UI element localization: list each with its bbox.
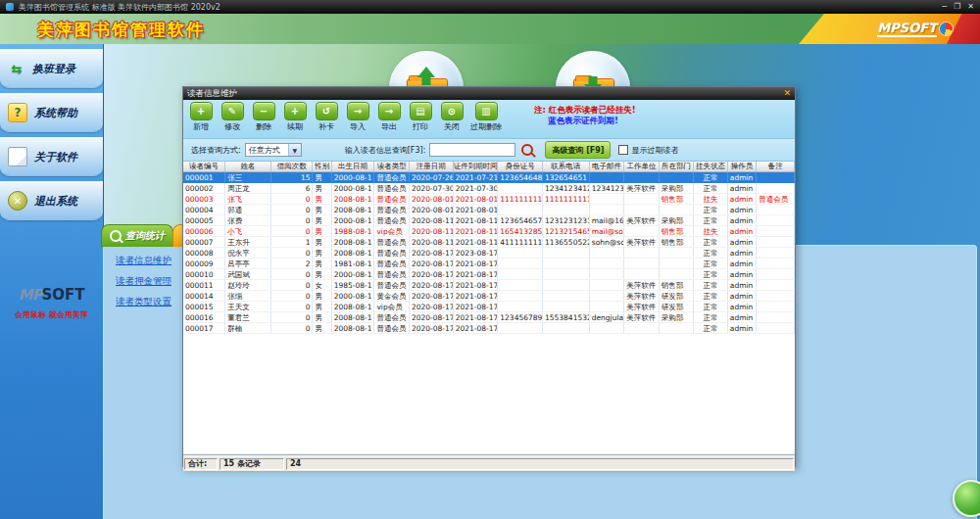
- borrow-total: 24: [286, 458, 794, 470]
- toolbar-button-删除[interactable]: − 删除: [251, 102, 276, 132]
- table-cell: 2000-08-1: [331, 215, 374, 226]
- table-row[interactable]: 000010武国斌0男2000-08-1普通会员2020-08-172021-0…: [183, 269, 795, 280]
- column-header[interactable]: 读者类型: [374, 162, 410, 172]
- table-cell: 男: [313, 323, 331, 334]
- show-expired-checkbox[interactable]: 显示过期读者: [618, 145, 678, 156]
- table-row[interactable]: 000011赵玲玲0女1985-08-1普通会员2020-08-172021-0…: [183, 280, 795, 291]
- table-cell: [498, 269, 543, 280]
- table-cell: 123654657981: [498, 215, 543, 226]
- table-cell: 12312312312: [543, 215, 590, 226]
- toolbar-button-label: 新增: [193, 121, 209, 132]
- column-header[interactable]: 挂失状态: [694, 162, 728, 172]
- toolbar-button-过期删除[interactable]: ▥ 过期删除: [470, 102, 502, 132]
- advanced-query-button[interactable]: 高级查询 [F9]: [545, 141, 611, 159]
- table-row[interactable]: 000014张缁0男2000-08-1黄金会员2020-08-172021-08…: [183, 291, 795, 302]
- table-row[interactable]: 000015王天文0男2008-08-1vip会员2020-08-172021-…: [183, 302, 795, 312]
- toolbar-button-打印[interactable]: ▤ 打印: [408, 102, 433, 132]
- query-mode-select[interactable]: 任意方式 ▼: [245, 143, 302, 157]
- table-cell: 销售部: [659, 237, 694, 248]
- toolbar-button-导入[interactable]: → 导入: [345, 102, 370, 132]
- table-row[interactable]: 000009吕亭亭2男1981-08-1普通会员2020-08-172021-0…: [183, 259, 795, 269]
- app-titlebar: 美萍图书馆管理系统 标准版 美萍软件内部图书馆 2020v2 ─ ❐ ✕: [0, 0, 980, 14]
- table-cell: 男: [313, 172, 331, 183]
- table-cell: 2000-08-1: [331, 172, 374, 183]
- table-row[interactable]: 000004郭通0男2008-08-1普通会员2020-08-012021-08…: [183, 205, 795, 215]
- table-cell: 165413285412: [498, 226, 543, 237]
- table-cell: 1: [270, 237, 313, 248]
- sidebar-button-label: 换班登录: [32, 62, 75, 76]
- table-cell: 普通会员: [374, 280, 410, 291]
- toolbar-button-导出[interactable]: → 导出: [376, 102, 402, 132]
- close-dialog-button[interactable]: ✕: [783, 88, 791, 99]
- table-cell: 000008: [183, 248, 225, 259]
- toolbar-button-关闭[interactable]: ⊙ 关闭: [439, 102, 465, 132]
- toolbar-button-新增[interactable]: + 新增: [188, 102, 214, 132]
- column-header[interactable]: 备注: [757, 162, 795, 172]
- table-cell: 2020-08-17: [409, 291, 453, 302]
- table-row[interactable]: 000002周正龙6男2000-08-1普通会员2020-07-302021-0…: [183, 183, 795, 194]
- brand-swirl-icon: [940, 23, 953, 35]
- tab-query-stats[interactable]: 查询统计: [101, 224, 173, 247]
- column-header[interactable]: 读者编号: [183, 162, 225, 172]
- table-cell: 0: [270, 215, 313, 226]
- column-header[interactable]: 注册日期: [409, 162, 453, 172]
- column-header[interactable]: 证件到期时间: [453, 162, 498, 172]
- toolbar-button-续期[interactable]: + 续期: [282, 102, 308, 132]
- close-button[interactable]: ✕: [967, 1, 974, 13]
- sidebar-brand-logo: MPSOFT: [0, 285, 103, 304]
- table-cell: 2021-08-17: [453, 291, 498, 302]
- table-row[interactable]: 000006小飞0男1988-08-1vip会员2020-08-112021-0…: [183, 226, 795, 237]
- table-row[interactable]: 000003张飞0男2008-08-1普通会员2020-08-012021-08…: [183, 194, 795, 205]
- column-header[interactable]: 借阅次数: [270, 162, 313, 172]
- column-header[interactable]: 操作员: [727, 162, 756, 172]
- search-icon[interactable]: [521, 144, 533, 156]
- table-cell: 正常: [694, 172, 728, 183]
- checkbox-label: 显示过期读者: [631, 145, 678, 156]
- table-row[interactable]: 000001张三15男2000-08-1普通会员2020-07-262021-0…: [183, 172, 795, 183]
- table-row[interactable]: 000005张费0男2000-08-1普通会员2020-08-112021-08…: [183, 215, 795, 226]
- table-cell: 正常: [694, 205, 728, 215]
- document-icon: [8, 147, 27, 166]
- table-cell: 吕亭亭: [225, 259, 271, 269]
- table-cell: 张三: [225, 172, 271, 183]
- query-mode-label: 选择查询方式:: [191, 145, 241, 156]
- toolbar-button-label: 关闭: [444, 121, 460, 132]
- sidebar-button-shift-login[interactable]: ⇆ 换班登录: [0, 49, 103, 88]
- restore-button[interactable]: ❐: [954, 1, 960, 13]
- column-header[interactable]: 姓名: [225, 162, 271, 172]
- table-cell: [543, 291, 590, 302]
- toolbar-button-修改[interactable]: ✎ 修改: [220, 102, 245, 132]
- sidebar-button-system-help[interactable]: ? 系统帮助: [0, 93, 103, 132]
- table-cell: 0: [270, 312, 313, 323]
- table-row[interactable]: 000016董君兰0男2008-08-1普通会员2020-08-172021-0…: [183, 312, 795, 323]
- power-icon: ⊙: [441, 102, 464, 120]
- table-row[interactable]: 000007王东升1男2008-08-1普通会员2020-08-112021-0…: [183, 237, 795, 248]
- table-cell: 2021-08-01: [453, 205, 498, 215]
- minimize-button[interactable]: ─: [942, 1, 947, 13]
- table-cell: 普通会员: [374, 237, 410, 248]
- table-cell: 采购部: [659, 312, 694, 323]
- column-header[interactable]: 性别: [313, 162, 331, 172]
- checkbox-box[interactable]: [618, 145, 628, 155]
- table-cell: 2020-08-17: [409, 323, 453, 334]
- toolbar-button-补卡[interactable]: ↺ 补卡: [314, 102, 339, 132]
- reader-search-input[interactable]: [429, 143, 515, 157]
- table-row[interactable]: 000017群楠0男2008-08-1普通会员2020-08-172021-08…: [183, 323, 795, 334]
- table-cell: 2020-07-30: [409, 183, 453, 194]
- table-row[interactable]: 000008倪永平0男2008-08-1普通会员2020-08-172023-0…: [183, 248, 795, 259]
- column-header[interactable]: 联系电话: [543, 162, 590, 172]
- sidebar-button-exit-system[interactable]: ✕ 退出系统: [0, 181, 103, 220]
- sidebar-button-about-software[interactable]: 关于软件: [0, 137, 103, 176]
- table-cell: 正常: [694, 237, 728, 248]
- column-header[interactable]: 所在部门: [659, 162, 694, 172]
- column-header[interactable]: 出生日期: [331, 162, 374, 172]
- column-header[interactable]: 身份证号: [498, 162, 543, 172]
- table-cell: 普通会员: [374, 172, 410, 183]
- table-cell: [589, 172, 624, 183]
- table-cell: 000003: [183, 194, 225, 205]
- table-cell: 美萍软件: [624, 215, 660, 226]
- table-cell: 正常: [694, 280, 728, 291]
- column-header[interactable]: 工作单位: [624, 162, 660, 172]
- table-cell: [624, 226, 660, 237]
- column-header[interactable]: 电子邮件: [589, 162, 624, 172]
